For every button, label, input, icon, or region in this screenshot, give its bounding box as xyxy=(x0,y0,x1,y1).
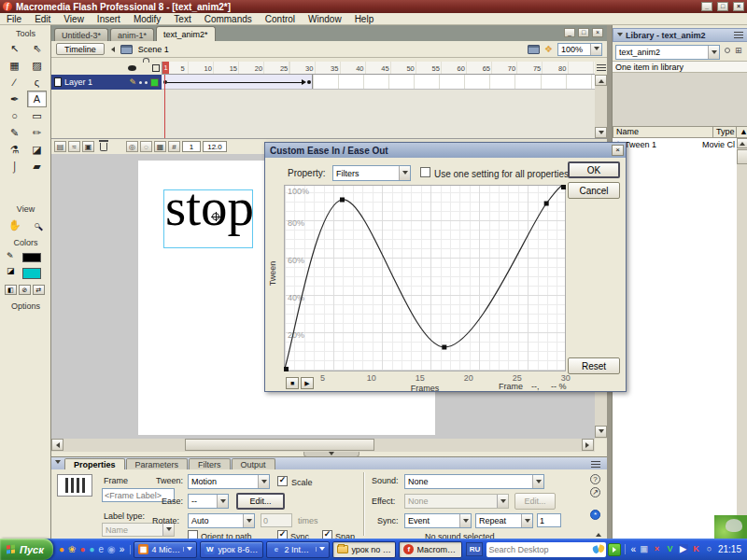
selection-tool[interactable]: ↖ xyxy=(5,40,24,57)
tray-player-icon[interactable]: ▶ xyxy=(678,544,688,554)
zoom-level-combo[interactable]: 100% xyxy=(557,43,602,56)
curve-control-point[interactable] xyxy=(284,367,289,371)
ink-bottle-tool[interactable]: ⚗ xyxy=(5,141,24,158)
stop-preview-button[interactable]: ■ xyxy=(286,377,299,389)
menu-item-control[interactable]: Control xyxy=(259,14,302,24)
library-header[interactable]: Library - text_anim2 xyxy=(613,28,747,42)
repeat-count-input[interactable] xyxy=(537,513,561,527)
scene-name[interactable]: Scene 1 xyxy=(138,45,169,54)
tab-text-anim2[interactable]: text_anim2* xyxy=(156,26,216,41)
paint-bucket-tool[interactable]: ◪ xyxy=(27,141,47,158)
timeline-toggle-button[interactable]: Timeline xyxy=(56,43,105,55)
launch-media-icon[interactable]: ◉ xyxy=(107,545,116,554)
insert-layer-folder-button[interactable]: ▣ xyxy=(82,141,94,152)
text-tool[interactable]: A xyxy=(27,91,47,107)
oval-tool[interactable]: ○ xyxy=(5,107,24,124)
hand-tool[interactable]: ✋ xyxy=(5,217,24,233)
gradient-transform-tool[interactable]: ▨ xyxy=(27,57,47,74)
menu-item-edit[interactable]: Edit xyxy=(28,14,57,24)
play-preview-button[interactable]: ▶ xyxy=(301,377,314,389)
effect-select[interactable]: None xyxy=(404,494,509,509)
menu-item-help[interactable]: Help xyxy=(348,14,381,24)
tray-antivirus-icon[interactable]: V xyxy=(665,544,675,554)
library-options-menu-icon[interactable] xyxy=(734,32,743,38)
tray-search-icon[interactable]: ○ xyxy=(704,544,714,554)
use-one-setting-checkbox[interactable] xyxy=(420,167,430,177)
tab-anim-1[interactable]: anim-1* xyxy=(110,28,154,41)
minimize-button[interactable]: _ xyxy=(701,2,712,11)
tab-filters[interactable]: Filters xyxy=(189,458,231,469)
rotate-times-input[interactable] xyxy=(261,513,292,527)
restore-button[interactable]: □ xyxy=(717,2,728,11)
curve-control-point[interactable] xyxy=(442,345,446,350)
pen-tool[interactable]: ✒ xyxy=(5,91,24,107)
add-motion-guide-button[interactable]: ≈ xyxy=(68,141,80,152)
help-icon[interactable]: ? xyxy=(590,474,600,484)
ease-select[interactable]: -- xyxy=(188,494,229,509)
library-sort-button[interactable]: ▲ xyxy=(736,126,747,138)
group-dropdown-icon[interactable] xyxy=(183,547,192,552)
stroke-color-swatch[interactable] xyxy=(22,253,41,262)
free-transform-tool[interactable]: ▦ xyxy=(5,57,24,74)
tab-untitled-3[interactable]: Untitled-3* xyxy=(54,28,108,41)
close-button[interactable]: × xyxy=(733,2,744,11)
layer-lock-dot[interactable] xyxy=(145,81,148,84)
tab-properties[interactable]: Properties xyxy=(64,458,125,469)
onion-skin-button[interactable]: ◌ xyxy=(140,141,152,152)
layer-frames-track[interactable] xyxy=(162,75,595,90)
doc-close-button[interactable]: × xyxy=(592,28,603,37)
edit-symbol-icon[interactable]: ❖ xyxy=(544,44,553,54)
layer-visibility-dot[interactable] xyxy=(139,81,142,84)
line-tool[interactable]: ∕ xyxy=(5,74,24,91)
library-collapse-icon[interactable] xyxy=(617,33,623,39)
black-white-button[interactable]: ◧ xyxy=(5,285,17,295)
edit-multiple-frames-button[interactable]: # xyxy=(168,141,180,152)
tween-select[interactable]: Motion xyxy=(188,474,270,489)
search-input[interactable] xyxy=(488,545,593,554)
library-column-type[interactable]: Type xyxy=(712,126,737,138)
language-indicator[interactable]: RU xyxy=(466,542,483,556)
onion-skin-outlines-button[interactable]: ▦ xyxy=(154,141,166,152)
center-frame-button[interactable]: ◎ xyxy=(126,141,138,152)
subselection-tool[interactable]: ⇖ xyxy=(27,40,47,57)
tray-network-icon[interactable]: ▣ xyxy=(639,544,649,554)
library-preview-area[interactable] xyxy=(613,73,747,126)
playhead-marker[interactable]: 1 xyxy=(162,62,169,75)
outline-all-layers-icon[interactable] xyxy=(152,64,160,72)
swap-colors-button[interactable]: ⇄ xyxy=(33,285,45,295)
launch-orange-icon[interactable]: ● xyxy=(59,545,64,554)
library-item-row[interactable]: ⚙ Tween 1 Movie Cl xyxy=(613,138,737,150)
scale-checkbox[interactable] xyxy=(277,476,288,486)
library-item-list[interactable]: ⚙ Tween 1 Movie Cl xyxy=(613,138,737,539)
library-column-name[interactable]: Name xyxy=(613,126,713,138)
motion-tween-span[interactable] xyxy=(162,75,313,89)
eyedropper-tool[interactable]: ⌡ xyxy=(5,158,24,175)
tween-end-keyframe[interactable] xyxy=(307,80,311,84)
rectangle-tool[interactable]: ▭ xyxy=(27,107,47,124)
library-document-select[interactable]: text_anim2 xyxy=(615,45,720,60)
fill-color-swatch[interactable] xyxy=(22,268,41,279)
library-scrollbar[interactable] xyxy=(737,138,747,539)
ease-edit-button[interactable]: Edit... xyxy=(236,493,285,510)
launch-flower-icon[interactable]: ❀ xyxy=(68,545,76,554)
curve-control-point[interactable] xyxy=(340,198,345,203)
eraser-tool[interactable]: ▰ xyxy=(27,158,47,175)
tray-chevron-icon[interactable]: « xyxy=(630,544,636,554)
library-pin-icon[interactable] xyxy=(725,48,730,53)
transform-center-point-icon[interactable] xyxy=(212,213,219,220)
taskbar-button-internet-group[interactable]: e2 Internet ... xyxy=(266,541,330,558)
flash-info-icon[interactable]: * xyxy=(590,510,600,520)
menu-item-view[interactable]: View xyxy=(57,14,91,24)
menu-item-window[interactable]: Window xyxy=(302,14,348,24)
taskbar-button-flash[interactable]: fMacromedi... xyxy=(399,541,462,558)
taskbar-button-folder[interactable]: урок no flash xyxy=(332,541,396,558)
menu-item-insert[interactable]: Insert xyxy=(91,14,127,24)
start-button[interactable]: Пуск xyxy=(0,539,53,560)
playhead-line[interactable] xyxy=(164,75,165,138)
menu-item-commands[interactable]: Commands xyxy=(198,14,259,24)
stage-text[interactable]: stop xyxy=(165,182,254,232)
delete-layer-icon[interactable] xyxy=(100,143,107,151)
timeline-empty-area[interactable] xyxy=(162,90,595,138)
doc-minimize-button[interactable]: _ xyxy=(564,28,575,37)
library-new-window-icon[interactable]: ⊞ xyxy=(735,46,742,55)
